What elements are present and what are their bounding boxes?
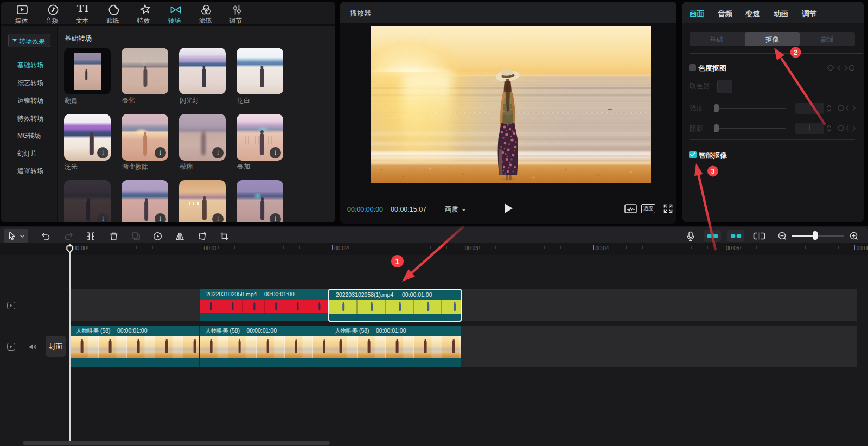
svg-text:2: 2 <box>794 49 797 56</box>
svg-text:1: 1 <box>395 257 400 266</box>
svg-text:3: 3 <box>711 168 715 175</box>
